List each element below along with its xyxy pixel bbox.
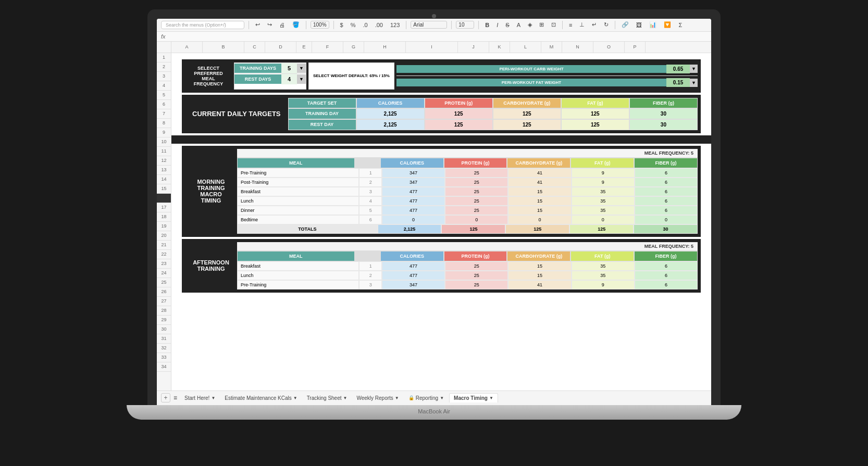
currency-btn[interactable]: $ <box>338 21 345 29</box>
m-fib-3[interactable]: 6 <box>635 187 698 196</box>
m-fib-4[interactable]: 6 <box>635 196 698 206</box>
image-button[interactable]: 🖼 <box>634 21 644 29</box>
a-fib-1[interactable]: 6 <box>635 261 698 271</box>
training-day-carbs[interactable]: 125 <box>493 108 561 119</box>
m-fat-4[interactable]: 35 <box>572 196 635 206</box>
rest-day-fiber[interactable]: 30 <box>629 119 698 130</box>
chart-button[interactable]: 📊 <box>647 21 659 29</box>
m-carb-1[interactable]: 41 <box>508 168 571 178</box>
a-fat-3[interactable]: 9 <box>572 280 635 289</box>
m-cal-3[interactable]: 477 <box>382 187 445 196</box>
m-cal-4[interactable]: 477 <box>382 196 445 206</box>
peri-fat-dropdown[interactable]: ▼ <box>690 79 698 87</box>
text-color-button[interactable]: A <box>515 21 523 29</box>
m-prot-5[interactable]: 25 <box>445 206 508 215</box>
a-prot-1[interactable]: 25 <box>445 261 508 271</box>
rest-day-protein[interactable]: 125 <box>425 119 493 130</box>
m-carb-4[interactable]: 15 <box>508 196 571 206</box>
m-prot-4[interactable]: 25 <box>445 196 508 206</box>
m-carb-6[interactable]: 0 <box>508 215 571 224</box>
m-cal-1[interactable]: 347 <box>382 168 445 178</box>
m-prot-3[interactable]: 25 <box>445 187 508 196</box>
print-button[interactable]: 🖨 <box>277 21 287 29</box>
a-cal-1[interactable]: 477 <box>382 261 445 271</box>
rest-days-dropdown[interactable]: ▼ <box>297 74 306 84</box>
m-prot-1[interactable]: 25 <box>445 168 508 178</box>
tab-reporting[interactable]: 🔒 Reporting ▼ <box>404 394 448 402</box>
bold-button[interactable]: B <box>483 21 491 29</box>
decimal-dec-btn[interactable]: .0 <box>361 21 369 29</box>
sheets-list-button[interactable]: ≡ <box>171 394 179 402</box>
redo-button[interactable]: ↪ <box>265 21 274 29</box>
m-cal-6[interactable]: 0 <box>382 215 445 224</box>
tab-macro-timing[interactable]: Macro Timing ▼ <box>449 393 498 402</box>
peri-carb-value[interactable]: 0.65 <box>666 65 690 73</box>
training-day-calories[interactable]: 2,125 <box>356 108 425 119</box>
rest-day-calories[interactable]: 2,125 <box>356 119 425 130</box>
strikethrough-button[interactable]: S <box>503 21 511 29</box>
m-fib-2[interactable]: 6 <box>635 178 698 187</box>
zoom-selector[interactable]: 100% <box>311 21 329 29</box>
m-fat-1[interactable]: 9 <box>572 168 635 178</box>
m-cal-2[interactable]: 347 <box>382 178 445 187</box>
a-carb-1[interactable]: 15 <box>508 261 571 271</box>
a-fat-1[interactable]: 35 <box>572 261 635 271</box>
m-fib-6[interactable]: 0 <box>635 215 698 224</box>
percent-btn[interactable]: % <box>349 21 358 29</box>
m-fat-5[interactable]: 35 <box>572 206 635 215</box>
training-day-fat[interactable]: 125 <box>561 108 629 119</box>
training-day-fiber[interactable]: 30 <box>629 108 698 119</box>
a-fib-3[interactable]: 6 <box>635 280 698 289</box>
a-fat-2[interactable]: 35 <box>572 271 635 280</box>
m-prot-2[interactable]: 25 <box>445 178 508 187</box>
peri-carb-dropdown[interactable]: ▼ <box>690 65 698 73</box>
tab-start-here[interactable]: Start Here! ▼ <box>180 394 219 402</box>
a-carb-2[interactable]: 15 <box>508 271 571 280</box>
m-fib-5[interactable]: 6 <box>635 206 698 215</box>
filter-button[interactable]: 🔽 <box>662 21 673 29</box>
number-format-btn[interactable]: 123 <box>388 21 402 29</box>
undo-button[interactable]: ↩ <box>253 21 262 29</box>
a-fib-2[interactable]: 6 <box>635 271 698 280</box>
highlight-button[interactable]: ◈ <box>526 21 534 29</box>
italic-button[interactable]: I <box>494 21 500 29</box>
link-button[interactable]: 🔗 <box>619 21 631 29</box>
m-carb-5[interactable]: 15 <box>508 206 571 215</box>
m-fat-2[interactable]: 9 <box>572 178 635 187</box>
m-fat-3[interactable]: 35 <box>572 187 635 196</box>
paint-button[interactable]: 🪣 <box>290 21 302 29</box>
tab-tracking-sheet[interactable]: Tracking Sheet ▼ <box>303 394 352 402</box>
font-selector[interactable]: Arial <box>411 21 447 29</box>
a-prot-2[interactable]: 25 <box>445 271 508 280</box>
m-fat-6[interactable]: 0 <box>572 215 635 224</box>
border-button[interactable]: ⊞ <box>537 21 546 29</box>
tab-weekly-reports[interactable]: Weekly Reports ▼ <box>352 394 403 402</box>
training-days-dropdown[interactable]: ▼ <box>297 64 306 73</box>
a-cal-2[interactable]: 477 <box>382 271 445 280</box>
rest-day-fat[interactable]: 125 <box>561 119 629 130</box>
decimal-inc-btn[interactable]: .00 <box>373 21 385 29</box>
merge-button[interactable]: ⊡ <box>549 21 558 29</box>
a-carb-3[interactable]: 41 <box>508 280 571 289</box>
a-cal-3[interactable]: 347 <box>382 280 445 289</box>
m-fib-1[interactable]: 6 <box>635 168 698 178</box>
m-carb-2[interactable]: 41 <box>508 178 571 187</box>
valign-button[interactable]: ⊥ <box>577 21 587 29</box>
training-day-protein[interactable]: 125 <box>425 108 493 119</box>
wrap-button[interactable]: ↵ <box>590 21 599 29</box>
rest-days-value[interactable]: 4 <box>281 74 297 84</box>
m-prot-6[interactable]: 0 <box>445 215 508 224</box>
rest-day-carbs[interactable]: 125 <box>493 119 561 130</box>
tab-estimate-kcals[interactable]: Estimate Maintenance KCals ▼ <box>220 394 301 402</box>
a-prot-3[interactable]: 25 <box>445 280 508 289</box>
m-cal-5[interactable]: 477 <box>382 206 445 215</box>
font-size-selector[interactable]: 10 <box>456 21 474 29</box>
menu-search[interactable]: Search the menus (Option+/) <box>161 21 244 29</box>
training-days-value[interactable]: 5 <box>281 63 297 73</box>
sigma-button[interactable]: Σ <box>676 21 684 29</box>
rotate-button[interactable]: ↻ <box>602 21 611 29</box>
add-sheet-button[interactable]: + <box>161 393 170 402</box>
peri-fat-value[interactable]: 0.15 <box>666 78 690 87</box>
m-carb-3[interactable]: 15 <box>508 187 571 196</box>
align-button[interactable]: ≡ <box>567 21 574 29</box>
